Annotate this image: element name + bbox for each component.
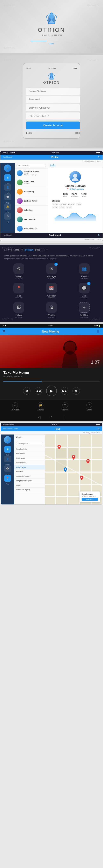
- dark-menu-grid: ⚙ Settings #OTRION ✉ 4 Messages #OTRION …: [4, 264, 99, 318]
- map-place-item-active[interactable]: Boogie Shop: [14, 465, 45, 469]
- login-link[interactable]: Login: [26, 132, 32, 134]
- status-right: ■■■■: [96, 152, 100, 154]
- map-pin-2[interactable]: [72, 455, 75, 460]
- menu-item-messages[interactable]: ✉ 4 Messages #OTRION: [37, 264, 66, 279]
- sidebar-item-notifications[interactable]: 🔔: [4, 204, 11, 210]
- map-place-item[interactable]: Corporate Inc.: [14, 460, 45, 465]
- menu-item-chat[interactable]: 💬 1 Chat #OTRION: [70, 283, 99, 299]
- menu-item-calendar[interactable]: 📅 Calendar #OTRION: [37, 283, 66, 299]
- sidebar-item-dashboard[interactable]: ⊞: [4, 175, 11, 181]
- menu-item-map[interactable]: 📍 Map #OTRION: [4, 283, 33, 299]
- android-back-button[interactable]: ◁: [37, 415, 41, 419]
- map-pin-5[interactable]: [86, 459, 89, 465]
- menu-item-gallery[interactable]: 🖼 Gallery #OTRION: [4, 302, 33, 318]
- list-item[interactable]: Bridie Farm 4:11 PM: [15, 178, 48, 187]
- map-place-item[interactable]: CrossTown Agency: [14, 488, 45, 492]
- dashboard-search-icon[interactable]: 🔍: [98, 234, 100, 236]
- map-sidebar-item-map[interactable]: 📍: [4, 475, 11, 482]
- nav-dashboard-link[interactable]: Dashboard: [3, 156, 12, 158]
- map-place-item[interactable]: FancyFood: [14, 452, 45, 456]
- map-pin-3[interactable]: [63, 467, 67, 473]
- status-wifi-icon: ▲ ▼: [2, 325, 7, 327]
- map-place-item[interactable]: MicroHire: [14, 469, 45, 474]
- nav-item-share[interactable]: ↗ Share: [86, 402, 92, 411]
- nav-item-albums[interactable]: 📁 Albums: [37, 402, 44, 411]
- map-search-icon[interactable]: 🔍: [98, 428, 100, 430]
- help-link[interactable]: Help: [75, 132, 80, 134]
- map-view[interactable]: Boogie Shop 143 Brighton Avenue More Inf…: [45, 435, 102, 504]
- map-place-item[interactable]: Senior Apps: [14, 456, 45, 460]
- menu-label-weather: Weather: [48, 314, 55, 316]
- map-nav-back[interactable]: Dashboard ▸ Map: [3, 428, 18, 430]
- sidebar-item-settings[interactable]: ⚙: [4, 213, 11, 220]
- music-artist: Suzanne Laurance: [3, 375, 100, 378]
- phone-battery: ■■■: [74, 67, 77, 69]
- map-place-item[interactable]: Phonix: [14, 483, 45, 488]
- dashboard-link[interactable]: Dashboard: [3, 234, 12, 236]
- contact-search-input[interactable]: [17, 164, 46, 167]
- android-recent-button[interactable]: □: [62, 415, 66, 419]
- menu-item-friends[interactable]: 👥 Friends #OTRION: [70, 264, 99, 279]
- svg-rect-19: [45, 471, 102, 472]
- name-input[interactable]: [26, 88, 80, 95]
- prev-button[interactable]: ◀◀: [34, 387, 42, 395]
- map-place-item[interactable]: Imaginative Magazine: [14, 478, 45, 483]
- login-watermark-tl: envato: [4, 59, 16, 61]
- svg-marker-1: [48, 13, 55, 20]
- map-more-info-button[interactable]: More Info ›: [82, 498, 98, 501]
- svg-marker-2: [48, 17, 51, 24]
- nav-item-download[interactable]: ⬇ Download: [11, 402, 19, 411]
- settings-menu-icon: ⚙: [14, 264, 24, 274]
- map-info-card: Boogie Shop 143 Brighton Avenue More Inf…: [79, 492, 100, 502]
- map-place-item[interactable]: CrossTown Agency: [14, 474, 45, 478]
- tab-profile[interactable]: Profile: [50, 164, 56, 166]
- sidebar-label-dashboard: Dash: [6, 183, 9, 184]
- nav-search-icon[interactable]: 🔍: [98, 156, 100, 158]
- settings-icon: ⚙: [7, 215, 9, 218]
- gallery-menu-icon: 🖼: [14, 302, 24, 313]
- sidebar-item-messages[interactable]: 💬: [4, 194, 11, 200]
- password-input[interactable]: [26, 96, 80, 103]
- map-search-input[interactable]: [16, 442, 43, 445]
- menu-item-weather[interactable]: 🌤 Weather #OTRION: [37, 302, 66, 318]
- hamburger-menu-icon[interactable]: ≡: [3, 329, 5, 334]
- music-progress-bar[interactable]: [3, 381, 100, 382]
- play-button[interactable]: ▶: [46, 385, 57, 396]
- shuffle-button[interactable]: ⇄: [23, 387, 30, 395]
- menu-item-add-new[interactable]: + Add New #OTRION: [70, 302, 99, 318]
- list-item[interactable]: John Doe: [15, 206, 48, 215]
- map-pin-4[interactable]: [80, 476, 83, 481]
- android-home-button[interactable]: ○: [49, 415, 54, 419]
- list-item[interactable]: Zachary Taylor: [15, 196, 48, 206]
- music-user-icon[interactable]: 👤: [96, 330, 100, 333]
- map-sidebar-item-dashboard[interactable]: ⊞: [4, 446, 11, 453]
- list-item[interactable]: Charlotte Adams 3:30 AM Start something.…: [15, 168, 48, 178]
- sidebar-label-settings: Set: [7, 221, 9, 223]
- menu-item-settings[interactable]: ⚙ Settings #OTRION: [4, 264, 33, 279]
- list-item[interactable]: Sara Mitchelle: [15, 224, 48, 233]
- list-item[interactable]: Nancy King: [15, 187, 48, 196]
- map-sidebar-item-profile[interactable]: 👤: [4, 456, 11, 462]
- email-input[interactable]: [26, 104, 80, 111]
- map-pin-1[interactable]: [57, 445, 61, 450]
- map-sidebar-item-messages[interactable]: 💬: [4, 465, 11, 472]
- list-item[interactable]: Leo Crawford: [15, 215, 48, 224]
- profile-ipad-frame: James Sullivan 4:25 PM ■■■■ Dashboard Pr…: [0, 151, 103, 241]
- next-button[interactable]: ▶▶: [61, 387, 69, 395]
- nav-item-playlist[interactable]: ☰ Playlist: [62, 402, 68, 411]
- create-account-button[interactable]: Create Account: [26, 122, 80, 129]
- svg-point-32: [73, 456, 74, 457]
- section-divider-4: [0, 322, 103, 324]
- android-nav-bar: ◁ ○ □: [0, 413, 103, 421]
- repeat-button[interactable]: ↺: [73, 387, 80, 395]
- sidebar-item-profile[interactable]: 👤: [4, 184, 11, 191]
- map-place-item[interactable]: Paradise Hotel: [14, 447, 45, 452]
- stat-likes: 1593 Likes: [81, 192, 87, 197]
- svg-point-35: [87, 460, 88, 461]
- phone-carrier: Otrion: [26, 67, 31, 69]
- phone-input[interactable]: [26, 113, 80, 120]
- messages-menu-icon: ✉ 4: [46, 264, 57, 274]
- stats-row-2: P: 11K TT: 74T P: 14T: [52, 206, 99, 209]
- wave-chart: [52, 211, 99, 221]
- dashboard-date: Thursday, July 17 2014: [0, 238, 103, 241]
